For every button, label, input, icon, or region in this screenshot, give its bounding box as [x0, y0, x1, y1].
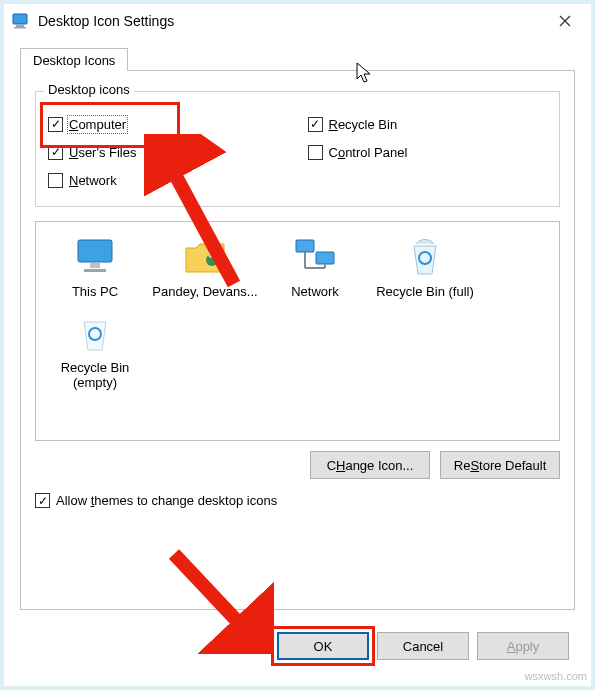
checkbox-network[interactable]: Network	[48, 166, 288, 194]
checkbox-icon	[48, 117, 63, 132]
checkbox-users-files[interactable]: User's Files	[48, 138, 288, 166]
icon-item-user[interactable]: Pandey, Devans...	[150, 232, 260, 300]
icon-label: Pandey, Devans...	[150, 284, 260, 300]
cancel-button[interactable]: Cancel	[377, 632, 469, 660]
checkbox-allow-themes[interactable]: Allow themes to change desktop icons	[35, 493, 560, 508]
network-icon	[260, 232, 370, 282]
svg-rect-6	[90, 263, 100, 268]
svg-rect-0	[13, 14, 27, 24]
restore-default-button[interactable]: ReStore Default	[440, 451, 560, 479]
checkbox-label: Computer	[69, 117, 126, 132]
svg-rect-1	[16, 25, 24, 27]
recycle-bin-full-icon	[370, 232, 480, 282]
checkbox-icon	[48, 173, 63, 188]
checkbox-label: Network	[69, 173, 117, 188]
svg-point-9	[208, 250, 216, 258]
close-button[interactable]	[543, 6, 587, 36]
ok-button[interactable]: OK	[277, 632, 369, 660]
tab-panel: Desktop icons Computer Recycle Bin	[20, 70, 575, 610]
icon-label: Network	[260, 284, 370, 300]
icon-label: Recycle Bin (full)	[370, 284, 480, 300]
monitor-icon	[40, 232, 150, 282]
icon-item-this-pc[interactable]: This PC	[40, 232, 150, 300]
checkbox-computer[interactable]: Computer	[48, 110, 288, 138]
checkbox-label: Allow themes to change desktop icons	[56, 493, 277, 508]
icon-item-network[interactable]: Network	[260, 232, 370, 300]
group-desktop-icons: Desktop icons Computer Recycle Bin	[35, 91, 560, 207]
change-icon-button[interactable]: CHange Icon...	[310, 451, 430, 479]
checkbox-icon	[35, 493, 50, 508]
apply-button[interactable]: Apply	[477, 632, 569, 660]
icon-label: Recycle Bin (empty)	[40, 360, 150, 391]
recycle-bin-empty-icon	[40, 308, 150, 358]
close-icon	[559, 15, 571, 27]
checkbox-icon	[308, 117, 323, 132]
tab-desktop-icons[interactable]: Desktop Icons	[20, 48, 128, 71]
svg-rect-10	[296, 240, 314, 252]
svg-rect-11	[316, 252, 334, 264]
tab-strip: Desktop Icons	[20, 42, 575, 70]
checkbox-recycle-bin[interactable]: Recycle Bin	[308, 110, 548, 138]
checkbox-label: User's Files	[69, 145, 137, 160]
icon-item-recycle-empty[interactable]: Recycle Bin (empty)	[40, 308, 150, 391]
svg-rect-5	[78, 240, 112, 262]
checkbox-icon	[48, 145, 63, 160]
checkbox-control-panel[interactable]: Control Panel	[308, 138, 548, 166]
checkbox-label: Recycle Bin	[329, 117, 398, 132]
checkbox-label: Control Panel	[329, 145, 408, 160]
watermark: wsxwsh.com	[525, 670, 587, 682]
svg-rect-7	[84, 269, 106, 272]
icon-label: This PC	[40, 284, 150, 300]
icon-preview-list[interactable]: This PC Pandey, Devans... Network	[35, 221, 560, 441]
title-bar: Desktop Icon Settings	[4, 4, 591, 38]
user-folder-icon	[150, 232, 260, 282]
group-title: Desktop icons	[44, 82, 134, 97]
svg-rect-2	[14, 27, 26, 29]
icon-item-recycle-full[interactable]: Recycle Bin (full)	[370, 232, 480, 300]
checkbox-icon	[308, 145, 323, 160]
window-title: Desktop Icon Settings	[38, 13, 543, 29]
app-icon	[12, 12, 30, 30]
